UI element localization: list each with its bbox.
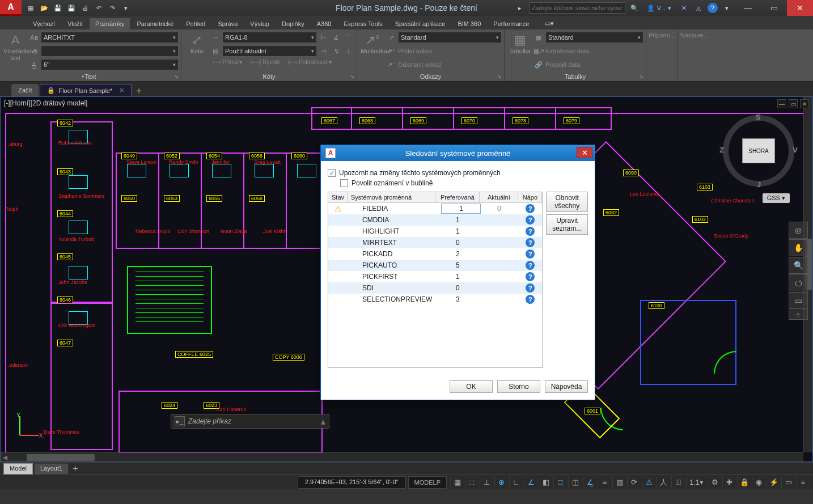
doc-tab-file[interactable]: 🔒 Floor Plan Sample*✕ <box>40 84 132 96</box>
ribbon-tab-výstup[interactable]: Výstup <box>244 18 275 29</box>
sysvar-row[interactable]: ⚠FILEDIA10? <box>328 203 542 214</box>
ribbon-tab-pohled[interactable]: Pohled <box>180 18 211 29</box>
qat-dropdown-icon[interactable]: ▾ <box>120 2 132 14</box>
dialog-titlebar[interactable]: Sledování systémové proměnné ✕ <box>321 145 595 161</box>
preferred-cell[interactable]: 1 <box>435 216 480 224</box>
help-button[interactable]: Nápověda <box>545 380 588 393</box>
table-style-combo[interactable]: Standard▾ <box>545 32 643 43</box>
exchange-icon[interactable]: ✕ <box>678 2 689 14</box>
text-find-combo[interactable]: ▾ <box>41 45 179 57</box>
dimstyle-icon[interactable]: ↔ <box>210 32 221 43</box>
lock-ui-icon[interactable]: 🔒 <box>737 476 751 489</box>
annomonitor-icon[interactable]: ⚠ <box>642 476 655 489</box>
ribbon-tab-a360[interactable]: A360 <box>311 18 337 29</box>
help-icon[interactable]: ? <box>526 261 535 270</box>
save-icon[interactable]: 💾 <box>52 2 63 14</box>
dim-linear-label[interactable]: ⟼ Přímá ▾ <box>210 59 245 65</box>
help-icon[interactable]: ? <box>526 295 535 304</box>
hardware-accel-icon[interactable]: ⚡ <box>767 476 780 489</box>
cleanscreen-icon[interactable]: ▭ <box>781 476 795 489</box>
otrack-icon[interactable]: ∠̲ <box>583 476 596 489</box>
sysvar-row[interactable]: SDI0? <box>328 282 542 294</box>
minimize-button[interactable]: — <box>735 0 761 16</box>
ribbon-tab-bim 360[interactable]: BIM 360 <box>452 18 486 29</box>
viewcube-west[interactable]: Z <box>719 146 724 154</box>
col-help[interactable]: Nápo <box>518 192 542 202</box>
viewport-label[interactable]: [-][Horní][2D drátový model] <box>4 99 87 107</box>
search-chevron-icon[interactable]: ▸ <box>514 2 526 14</box>
ribbon-tab-poznámky[interactable]: Poznámky <box>90 18 130 29</box>
textheight-icon[interactable]: A̲ <box>28 59 40 70</box>
mleader-button[interactable]: ↗° Multiodkaz <box>359 31 386 73</box>
extract-icon[interactable]: ▦↗ <box>533 45 544 57</box>
ribbon-tab-výchozí[interactable]: Výchozí <box>27 18 61 29</box>
reset-all-button[interactable]: Obnovit všechny <box>546 192 588 212</box>
preferred-cell[interactable]: 1 <box>435 273 480 281</box>
dim-ord-icon[interactable]: ⊥ <box>343 45 354 57</box>
preferred-cell[interactable]: 3 <box>435 295 480 303</box>
layer-icon[interactable]: ▤ <box>210 45 221 57</box>
close-button[interactable]: ✕ <box>787 0 813 16</box>
isolate-icon[interactable]: ◉ <box>752 476 765 489</box>
panel-dialog-icon[interactable]: ↘ <box>174 74 179 79</box>
edit-list-button[interactable]: Upravit seznam... <box>546 214 588 235</box>
cycling-icon[interactable]: ⟳ <box>627 476 641 489</box>
table-button[interactable]: ▦ Tabulka <box>507 31 533 73</box>
annoscale-label[interactable]: Nastave... <box>680 32 708 39</box>
add-tab-button[interactable]: ＋ <box>133 85 145 96</box>
redo-icon[interactable]: ↷ <box>107 2 118 14</box>
help-icon[interactable]: ? <box>526 283 535 293</box>
annoscale-sync-icon[interactable]: 人̲ <box>671 476 685 489</box>
vp-close-icon[interactable]: ✕ <box>800 99 809 108</box>
help-icon[interactable]: ? <box>526 249 535 259</box>
panel-dialog-icon[interactable]: ↘ <box>350 74 354 79</box>
panel-expand-icon[interactable]: ▾ <box>264 74 266 79</box>
close-tab-icon[interactable]: ✕ <box>119 87 124 94</box>
dim-angular-icon[interactable]: ∡ <box>331 32 342 43</box>
preferred-cell[interactable]: 5 <box>435 261 480 269</box>
vp-restore-icon[interactable]: ▭ <box>789 99 798 108</box>
link-label[interactable]: Propojit data <box>545 61 581 68</box>
ribbon-minimize-button[interactable]: ▭▾ <box>539 18 560 29</box>
help-icon[interactable]: ? <box>526 204 535 213</box>
cancel-button[interactable]: Storno <box>497 380 540 393</box>
orbit-icon[interactable]: ⭯ <box>789 274 808 291</box>
grid-body[interactable]: ⚠FILEDIA10?CMDDIA1?HIGHLIGHT1?MIRRTEXT0?… <box>328 203 542 367</box>
help-icon[interactable]: ? <box>708 3 718 13</box>
help-dropdown-icon[interactable]: ▾ <box>721 2 732 14</box>
horizontal-scrollbar[interactable]: ◂ <box>1 452 803 461</box>
remove-leader-label[interactable]: Odstranit odkaz <box>398 61 442 68</box>
viewcube-north[interactable]: S <box>756 113 761 121</box>
command-menu-icon[interactable]: ▴ <box>321 416 325 427</box>
link-icon[interactable]: 🔗 <box>533 59 544 70</box>
textstyle-icon[interactable]: Aʙ <box>28 32 40 43</box>
balloon-checkbox[interactable] <box>340 179 348 187</box>
col-variable[interactable]: Systémová proměnná <box>348 192 435 202</box>
sysvar-row[interactable]: CMDDIA1? <box>328 214 542 226</box>
wcs-badge[interactable]: GSS ▾ <box>763 193 790 203</box>
ortho-icon[interactable]: ∟ <box>509 476 523 489</box>
command-line[interactable]: ▸_ Zadejte příkaz ▴ <box>171 414 329 429</box>
dim-jog-icon[interactable]: ↯ <box>331 45 342 57</box>
markup-label[interactable]: Připomí... <box>649 32 675 39</box>
customize-icon[interactable]: ≡ <box>796 476 810 489</box>
dim-arc-icon[interactable]: ⌒ <box>343 32 354 43</box>
viewcube-top-face[interactable]: SHORA <box>742 138 775 163</box>
mleaderstyle-icon[interactable]: ↗ <box>386 32 397 43</box>
undo-icon[interactable]: ↶ <box>93 2 104 14</box>
vp-minimize-icon[interactable]: — <box>777 99 786 108</box>
mtext-button[interactable]: A Víceřádkový text <box>2 31 28 73</box>
showmotion-icon[interactable]: ▭ <box>789 292 808 309</box>
command-recent-icon[interactable]: ▸_ <box>175 416 185 426</box>
sysvar-row[interactable]: SELECTIONPREVIEW3? <box>328 294 542 305</box>
dim-continue-label[interactable]: |⟼ Pokračovat ▾ <box>285 59 335 65</box>
preferred-cell[interactable]: 1 <box>435 227 480 235</box>
sysvar-row[interactable]: PICKFIRST1? <box>328 271 542 282</box>
grid-icon[interactable]: ▦ <box>450 476 464 489</box>
zoom-icon[interactable]: 🔍 <box>789 257 808 274</box>
viewcube[interactable]: SHORA S Z V J <box>722 114 795 188</box>
text-height-combo[interactable]: 6''▾ <box>41 59 179 70</box>
add-leader-icon[interactable]: ↗⁺ <box>386 45 397 57</box>
dim-current-combo[interactable]: Použít aktuální▾ <box>222 45 317 57</box>
col-current[interactable]: Aktuální <box>480 192 518 202</box>
